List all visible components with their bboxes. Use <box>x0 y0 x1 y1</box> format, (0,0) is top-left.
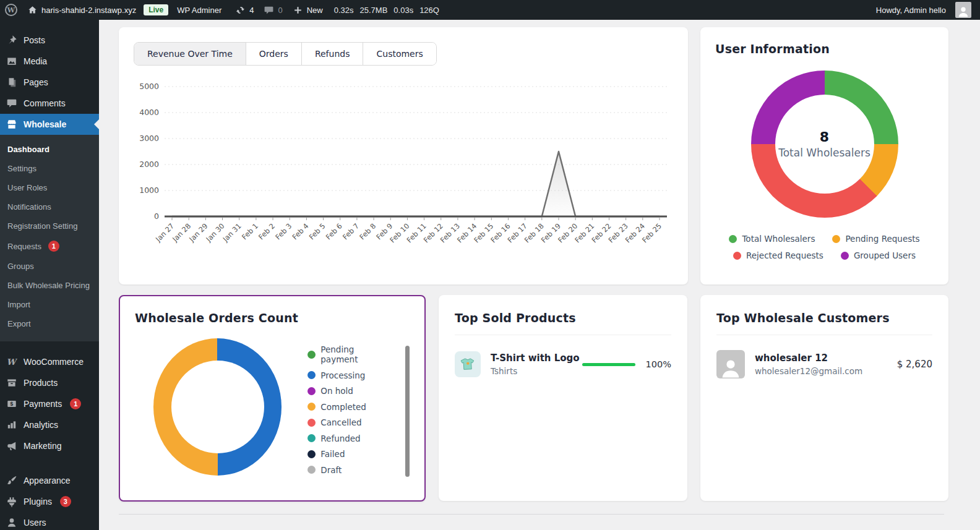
card-title: Top Wholesale Customers <box>716 311 932 335</box>
wordpress-menu[interactable]: W <box>5 4 17 16</box>
legend-label: Failed <box>320 449 345 459</box>
product-sales-bar <box>582 363 635 366</box>
legend-label: Processing <box>320 370 365 380</box>
count-badge: 1 <box>70 398 81 409</box>
legend-dot <box>841 252 849 260</box>
legend-label: On hold <box>320 386 353 396</box>
account-menu[interactable]: Howdy, Admin hello <box>876 2 971 18</box>
live-badge: Live <box>144 4 168 15</box>
submenu-item-groups[interactable]: Groups <box>0 257 99 276</box>
sidebar-item-payments[interactable]: $Payments1 <box>0 393 99 414</box>
svg-text:3000: 3000 <box>139 134 159 143</box>
submenu-item-bulk-wholesale-pricing[interactable]: Bulk Wholesale Pricing <box>0 276 99 295</box>
media-icon <box>6 56 17 67</box>
wholesale-submenu: DashboardSettingsUser RolesNotifications… <box>0 135 99 341</box>
submenu-item-requests[interactable]: Requests1 <box>0 236 99 257</box>
users-icon <box>6 517 17 528</box>
site-link[interactable]: haris-shahid-2.instawp.xyz <box>27 5 136 15</box>
donut-hole <box>171 361 264 453</box>
submenu-item-label: Import <box>7 300 30 309</box>
updates-link[interactable]: 4 <box>235 5 254 15</box>
submenu-item-notifications[interactable]: Notifications <box>0 197 99 216</box>
new-content-link[interactable]: New <box>293 5 323 15</box>
perf-stat: 126Q <box>419 6 439 15</box>
top-sold-products-card: Top Sold Products T-Shirt with Logo Tshi… <box>439 295 687 501</box>
product-thumbnail <box>455 351 481 377</box>
comments-link[interactable]: 0 <box>264 5 282 15</box>
submenu-item-label: Registration Setting <box>7 221 77 231</box>
svg-text:Jan 29: Jan 29 <box>187 221 209 244</box>
wp-adminer-link[interactable]: WP Adminer <box>177 6 221 15</box>
sidebar-item-comments[interactable]: Comments <box>0 93 99 114</box>
customer-email: wholesaler12@gmail.com <box>755 366 862 376</box>
legend-label: Rejected Requests <box>746 250 823 260</box>
donut-hole <box>775 95 874 194</box>
legend-dot <box>729 235 737 243</box>
legend-label: Completed <box>320 402 366 412</box>
submenu-item-settings[interactable]: Settings <box>0 159 99 178</box>
sidebar-item-wholesale[interactable]: Wholesale <box>0 114 99 135</box>
legend-label: Pending Requests <box>845 234 919 244</box>
legend-item-pending-requests: Pending Requests <box>832 234 919 244</box>
sidebar-item-label: Users <box>24 518 46 528</box>
legend-item-refunded: Refunded <box>307 434 388 443</box>
sidebar-item-pages[interactable]: Pages <box>0 72 99 93</box>
comments-count: 0 <box>278 6 282 15</box>
svg-text:Jan 31: Jan 31 <box>221 221 243 244</box>
sidebar-item-products[interactable]: Products <box>0 372 99 393</box>
sidebar-item-users[interactable]: Users <box>0 512 99 530</box>
sidebar-item-label: Plugins <box>24 497 52 506</box>
sidebar-item-posts[interactable]: Posts <box>0 30 99 51</box>
legend-dot <box>307 371 316 379</box>
user-information-legend: Total WholesalersPending RequestsRejecte… <box>715 234 934 260</box>
submenu-item-dashboard[interactable]: Dashboard <box>0 140 99 159</box>
sidebar-item-appearance[interactable]: Appearance <box>0 470 99 491</box>
avatar <box>955 2 971 18</box>
updates-icon <box>235 5 246 15</box>
legend-item-completed: Completed <box>307 402 388 412</box>
store-icon <box>6 119 17 130</box>
submenu-item-export[interactable]: Export <box>0 314 99 333</box>
user-information-card: User Information 8 Total Wholesalers Tot… <box>700 27 948 284</box>
product-category: Tshirts <box>491 366 580 376</box>
sidebar-item-marketing[interactable]: Marketing <box>0 435 99 456</box>
tab-orders[interactable]: Orders <box>246 43 302 65</box>
svg-text:Feb 4: Feb 4 <box>290 221 310 241</box>
tab-customers[interactable]: Customers <box>363 43 436 65</box>
sidebar-item-woocommerce[interactable]: WWooCommerce <box>0 351 99 372</box>
card-title: User Information <box>715 42 934 56</box>
dashboard-content: Revenue Over TimeOrdersRefundsCustomers … <box>99 20 980 515</box>
legend-item-failed: Failed <box>307 449 388 459</box>
svg-text:Feb 2: Feb 2 <box>257 221 277 241</box>
products-icon <box>6 377 17 388</box>
tab-refunds[interactable]: Refunds <box>302 43 364 65</box>
wholesale-orders-donut <box>153 338 282 476</box>
submenu-item-registration-setting[interactable]: Registration Setting <box>0 216 99 236</box>
submenu-item-label: Requests <box>7 242 41 251</box>
admin-sidebar: PostsMediaPagesCommentsWholesaleDashboar… <box>0 20 99 530</box>
svg-text:Jan 28: Jan 28 <box>170 221 192 244</box>
legend-item-total-wholesalers: Total Wholesalers <box>729 234 815 244</box>
legend-scrollbar[interactable] <box>405 346 410 477</box>
product-name: T-Shirt with Logo <box>491 353 580 364</box>
sidebar-item-label: Pages <box>24 77 48 87</box>
legend-item-rejected-requests: Rejected Requests <box>733 250 823 260</box>
submenu-item-import[interactable]: Import <box>0 295 99 314</box>
sidebar-item-media[interactable]: Media <box>0 51 99 72</box>
perf-stat: 0.03s <box>393 6 413 15</box>
revenue-chart-svg: 010002000300040005000Jan 27Jan 28Jan 29J… <box>134 77 672 270</box>
sidebar-item-label: Media <box>24 56 47 66</box>
legend-label: Pending payment <box>320 344 388 364</box>
revenue-tabs: Revenue Over TimeOrdersRefundsCustomers <box>134 42 437 66</box>
submenu-item-label: Notifications <box>7 202 51 212</box>
sidebar-item-plugins[interactable]: Plugins3 <box>0 491 99 512</box>
legend-dot <box>307 450 316 458</box>
legend-dot <box>832 235 840 243</box>
revenue-card: Revenue Over TimeOrdersRefundsCustomers … <box>119 27 688 284</box>
svg-text:Jan 27: Jan 27 <box>153 221 176 244</box>
legend-dot <box>307 434 316 442</box>
sidebar-item-analytics[interactable]: Analytics <box>0 414 99 435</box>
marketing-icon <box>6 440 17 451</box>
tab-revenue-over-time[interactable]: Revenue Over Time <box>134 43 246 65</box>
submenu-item-user-roles[interactable]: User Roles <box>0 178 99 197</box>
